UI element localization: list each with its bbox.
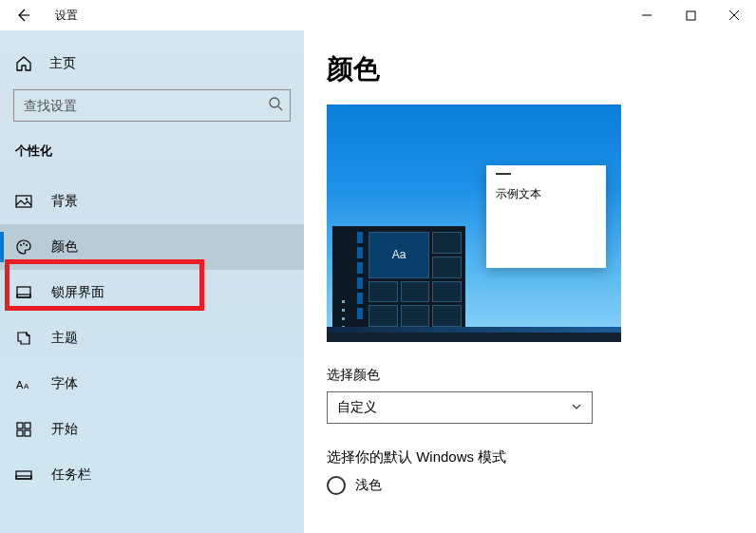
settings-window: 设置 主页 [0,0,756,533]
sidebar-item-taskbar[interactable]: 任务栏 [0,452,304,498]
svg-rect-12 [25,423,30,428]
search-input[interactable] [13,89,291,122]
search-icon [268,96,283,115]
start-icon [15,421,32,438]
svg-rect-15 [16,471,31,479]
sidebar-item-label: 锁屏界面 [51,284,104,301]
preview-sample-window: 示例文本 [486,165,606,268]
palette-icon [15,238,32,256]
minimize-button[interactable] [625,0,669,30]
svg-rect-0 [687,11,695,20]
close-button[interactable] [712,0,756,30]
svg-rect-13 [17,430,23,436]
svg-rect-14 [25,430,30,436]
lockscreen-icon [15,284,32,301]
sidebar-item-label: 任务栏 [51,466,91,484]
preview-tile-aa: Aa [369,232,429,278]
sidebar-item-lockscreen[interactable]: 锁屏界面 [0,270,304,315]
radio-label: 浅色 [355,477,382,494]
svg-rect-11 [17,423,23,428]
svg-rect-16 [16,476,31,479]
sidebar-item-start[interactable]: 开始 [0,407,304,452]
svg-point-5 [23,243,25,245]
sidebar-item-label: 颜色 [51,238,78,256]
svg-rect-7 [17,287,30,297]
svg-point-4 [20,244,22,246]
picture-icon [15,193,32,210]
sidebar-item-label: 字体 [51,375,78,392]
nav-list: 背景 颜色 锁屏界面 [0,179,304,498]
color-preview: 示例文本 [327,105,621,342]
sidebar-item-fonts[interactable]: AA 字体 [0,361,304,407]
radio-option-light[interactable]: 浅色 [327,476,733,495]
sidebar-item-themes[interactable]: 主题 [0,315,304,361]
home-label: 主页 [49,55,76,72]
sidebar-item-label: 主题 [51,330,78,347]
svg-point-3 [26,198,28,200]
select-color-dropdown[interactable]: 自定义 [327,391,593,424]
themes-icon [15,330,32,347]
sidebar-item-label: 开始 [51,421,78,438]
taskbar-icon [15,466,32,484]
sidebar: 主页 个性化 背景 [0,30,304,533]
fonts-icon: AA [15,375,32,392]
sidebar-item-label: 背景 [51,193,78,210]
svg-point-1 [270,98,279,107]
maximize-button[interactable] [669,0,712,30]
radio-circle-icon [327,476,346,495]
select-color-label: 选择颜色 [327,367,733,384]
svg-text:A: A [24,382,29,390]
sidebar-item-colors[interactable]: 颜色 [0,224,304,270]
titlebar: 设置 [0,0,756,30]
home-icon [15,55,32,72]
preview-start-panel: Aa [332,226,465,333]
section-label: 个性化 [0,143,304,160]
sidebar-item-background[interactable]: 背景 [0,179,304,224]
windows-mode-label: 选择你的默认 Windows 模式 [327,448,733,466]
home-button[interactable]: 主页 [0,49,304,89]
chevron-down-icon [571,400,582,415]
content-pane: 颜色 示例文本 [304,30,756,533]
svg-text:A: A [16,379,24,390]
svg-point-6 [26,244,28,246]
page-title: 颜色 [327,51,733,87]
svg-rect-8 [17,295,30,297]
select-color-value: 自定义 [337,399,377,416]
app-title: 设置 [55,8,78,24]
svg-rect-2 [16,196,31,207]
preview-sample-text: 示例文本 [496,186,541,202]
back-button[interactable] [13,6,32,25]
